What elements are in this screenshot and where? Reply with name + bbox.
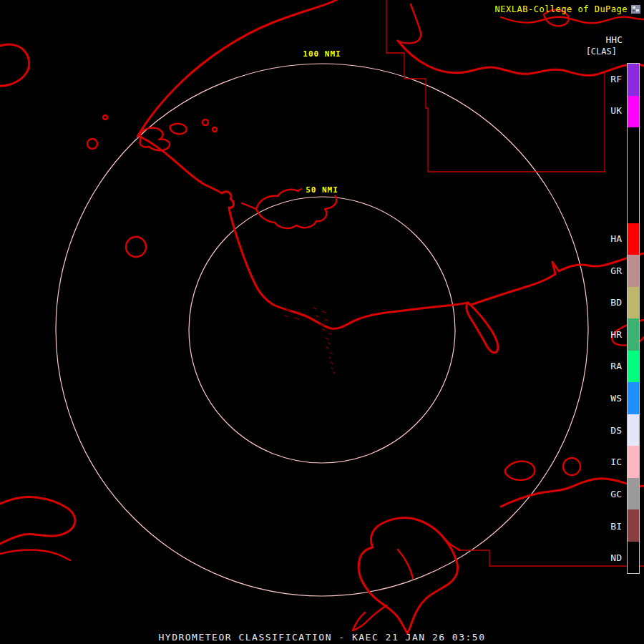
- legend-label-uk: UK: [579, 95, 622, 127]
- legend-colorbar: [627, 63, 640, 574]
- legend-label-blank-3: [579, 191, 622, 223]
- coastline-top-edge: [501, 17, 644, 24]
- island-bottom-detail: [398, 540, 460, 578]
- blob-bottom-left: [0, 497, 75, 544]
- legend-seg-ws: [628, 382, 639, 414]
- lake-circle-left-small: [87, 139, 97, 149]
- blob-top-left: [0, 44, 29, 86]
- legend-label-ds: DS: [579, 414, 622, 447]
- legend-seg-gc: [628, 478, 639, 510]
- legend-label-bi: BI: [579, 510, 622, 542]
- legend-seg-blank-1: [628, 127, 639, 160]
- legend-seg-blank-2: [628, 160, 639, 192]
- range-label-100nmi: 100 NMI: [299, 49, 344, 59]
- legend-label-hr: HR: [579, 318, 622, 351]
- radar-screen: 100 NMI 50 NMI NEXLAB-College of DuPage …: [0, 0, 644, 644]
- nexlab-brand-text: NEXLAB-College of DuPage: [495, 4, 628, 14]
- legend-labels: RF UK HA GR BD HR RA WS DS IC GC BI ND: [579, 63, 622, 574]
- coastline-southeast: [501, 479, 644, 507]
- radar-map: [0, 0, 644, 644]
- legend-label-ha: HA: [579, 223, 622, 255]
- legend-label-bd: BD: [579, 286, 622, 318]
- islands-top-left-2: [170, 124, 187, 134]
- island-dot-3: [103, 115, 107, 119]
- legend-label-gr: GR: [579, 255, 622, 287]
- legend-label-ws: WS: [579, 382, 622, 414]
- legend-label-nd: ND: [579, 542, 622, 574]
- island-bottom-claw: [353, 605, 386, 630]
- legend-label-rf: RF: [579, 63, 622, 95]
- legend-seg-ds: [628, 414, 639, 447]
- legend-seg-hr: [628, 318, 639, 351]
- peninsula-loop: [467, 303, 498, 353]
- status-text: HYDROMETEOR CLASSIFICATION - KAEC 21 JAN…: [158, 632, 485, 643]
- legend-seg-uk: [628, 96, 639, 128]
- coastline-main: [140, 137, 468, 328]
- legend-seg-ic: [628, 446, 639, 478]
- legend-label-gc: GC: [579, 478, 622, 510]
- island-southeast: [505, 462, 535, 480]
- legend-label-blank-2: [579, 159, 622, 191]
- range-ring-100: [56, 64, 588, 596]
- legend-mode: [CLAS]: [586, 47, 617, 57]
- legend-seg-ra: [628, 351, 639, 383]
- college-of-dupage-logo-icon: [631, 4, 640, 14]
- shore-bottom-left: [0, 550, 70, 560]
- legend-label-ra: RA: [579, 351, 622, 383]
- legend-seg-gr: [628, 255, 639, 287]
- range-label-50nmi: 50 NMI: [302, 185, 342, 195]
- legend-seg-blank-3: [628, 191, 639, 223]
- legend-product-code: HHC: [606, 34, 623, 45]
- legend-seg-rf: [628, 64, 639, 96]
- legend-label-ic: IC: [579, 447, 622, 479]
- brand-row: NEXLAB-College of DuPage: [495, 4, 640, 14]
- legend-seg-nd: [628, 542, 639, 574]
- lake-circle-right: [563, 458, 580, 475]
- legend-seg-bd: [628, 287, 639, 319]
- legend-seg-ha: [628, 223, 639, 255]
- legend-seg-bi: [628, 509, 639, 542]
- range-ring-50: [189, 197, 455, 463]
- legend-label-blank-1: [579, 127, 622, 159]
- island-dot-2: [213, 127, 217, 132]
- lake-circle-left: [126, 237, 146, 257]
- island-dot-1: [203, 119, 208, 125]
- status-bar: HYDROMETEOR CLASSIFICATION - KAEC 21 JAN…: [0, 630, 644, 644]
- coastline-arc: [137, 0, 336, 137]
- coastline-top-right-hook: [398, 4, 421, 43]
